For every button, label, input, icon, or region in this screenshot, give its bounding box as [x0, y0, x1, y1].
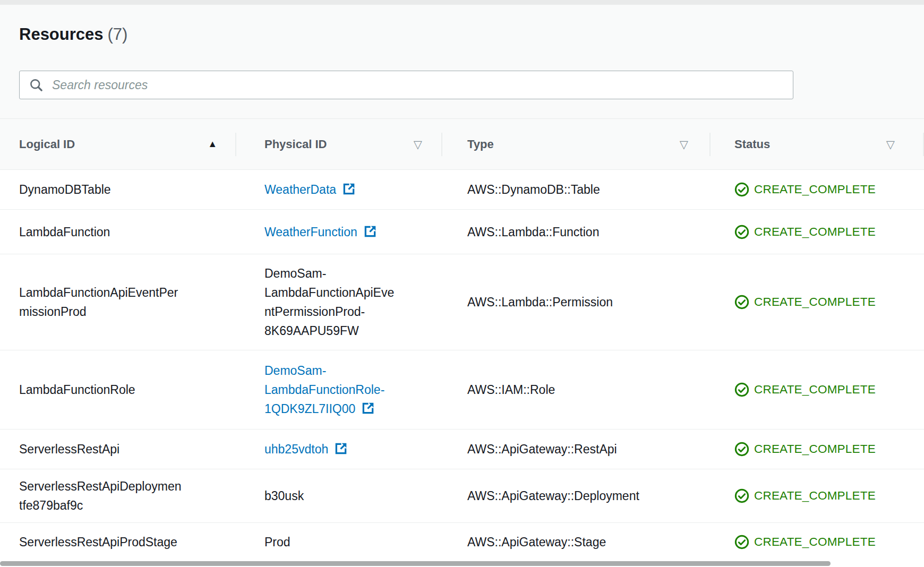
search-icon — [29, 78, 44, 92]
column-header-status[interactable]: Status ▽ — [711, 119, 924, 169]
status-text: CREATE_COMPLETE — [754, 180, 876, 199]
type-text: AWS::ApiGateway::Deployment — [467, 486, 639, 505]
status-badge: CREATE_COMPLETE — [734, 222, 876, 242]
physical-id-text: WeatherFunction — [264, 225, 357, 239]
physical-id-link[interactable]: uhb25vdtoh — [264, 440, 348, 459]
physical-id-text: uhb25vdtoh — [264, 442, 328, 456]
type-cell: AWS::IAM::Role — [442, 350, 711, 429]
logical-id-cell: DynamoDBTable — [0, 170, 236, 209]
column-header-physical-id[interactable]: Physical ID ▽ — [236, 119, 442, 169]
status-cell: CREATE_COMPLETE — [711, 254, 924, 350]
status-badge: CREATE_COMPLETE — [734, 180, 876, 199]
type-text: AWS::DynamoDB::Table — [467, 180, 600, 199]
column-header-type[interactable]: Type ▽ — [442, 119, 711, 169]
resources-count: (7) — [108, 25, 128, 44]
status-text: CREATE_COMPLETE — [754, 532, 876, 552]
column-label: Status — [734, 138, 770, 151]
status-badge: CREATE_COMPLETE — [734, 293, 876, 312]
logical-id-text: ServerlessRestApiProdStage — [19, 532, 177, 552]
sort-inactive-icon[interactable]: ▽ — [414, 138, 422, 151]
logical-id-text: ServerlessRestApiDeploymen tfe879baf9c — [19, 477, 182, 515]
status-cell: CREATE_COMPLETE — [711, 469, 924, 522]
status-badge: CREATE_COMPLETE — [734, 532, 876, 552]
type-cell: AWS::Lambda::Permission — [442, 254, 711, 350]
logical-id-cell: ServerlessRestApiProdStage — [0, 523, 236, 561]
status-success-icon — [734, 225, 749, 239]
table-row: ServerlessRestApiDeploymen tfe879baf9c b… — [0, 469, 924, 523]
physical-id-text: DemoSam- LambdaFunctionApiEve ntPermissi… — [264, 264, 394, 340]
physical-id-link[interactable]: WeatherData — [264, 180, 356, 199]
physical-id-cell: b30usk — [236, 469, 442, 522]
status-cell: CREATE_COMPLETE — [711, 170, 924, 209]
table-row: ServerlessRestApiProdStage Prod AWS::Api… — [0, 523, 924, 561]
resources-title: Resources — [19, 25, 104, 44]
status-success-icon — [734, 535, 749, 549]
logical-id-cell: LambdaFunction — [0, 210, 236, 254]
type-text: AWS::ApiGateway::Stage — [467, 532, 606, 552]
status-text: CREATE_COMPLETE — [754, 293, 876, 312]
physical-id-link[interactable]: WeatherFunction — [264, 222, 377, 242]
physical-id-cell: Prod — [236, 523, 442, 561]
table-row: DynamoDBTable WeatherData AWS::DynamoDB:… — [0, 170, 924, 210]
status-cell: CREATE_COMPLETE — [711, 429, 924, 469]
table-row: ServerlessRestApi uhb25vdtoh AWS::ApiGat… — [0, 429, 924, 469]
table-header-row: Logical ID ▲ Physical ID ▽ Type ▽ Status… — [0, 118, 924, 170]
logical-id-text: ServerlessRestApi — [19, 440, 119, 459]
physical-id-text: b30usk — [264, 486, 304, 505]
logical-id-text: LambdaFunction — [19, 222, 110, 242]
logical-id-text: DynamoDBTable — [19, 180, 111, 199]
status-cell: CREATE_COMPLETE — [711, 210, 924, 254]
column-header-logical-id[interactable]: Logical ID ▲ — [0, 119, 236, 169]
physical-id-cell: uhb25vdtoh — [236, 429, 442, 469]
status-cell: CREATE_COMPLETE — [711, 350, 924, 429]
status-badge: CREATE_COMPLETE — [734, 486, 876, 505]
table-row: LambdaFunctionApiEventPer missionProd De… — [0, 254, 924, 350]
status-badge: CREATE_COMPLETE — [734, 380, 876, 399]
physical-id-cell: DemoSam- LambdaFunctionRole- 1QDK9ZL7IIQ… — [236, 350, 442, 429]
status-text: CREATE_COMPLETE — [754, 440, 876, 459]
type-cell: AWS::ApiGateway::RestApi — [442, 429, 711, 469]
logical-id-cell: ServerlessRestApi — [0, 429, 236, 469]
status-cell: CREATE_COMPLETE — [711, 523, 924, 561]
external-link-icon — [361, 401, 375, 415]
physical-id-text: Prod — [264, 532, 290, 552]
physical-id-cell: WeatherFunction — [236, 210, 442, 254]
logical-id-text: LambdaFunctionRole — [19, 380, 135, 399]
physical-id-cell: WeatherData — [236, 170, 442, 209]
external-link-icon — [363, 225, 377, 238]
table-row: LambdaFunctionRole DemoSam- LambdaFuncti… — [0, 350, 924, 429]
type-cell: AWS::ApiGateway::Stage — [442, 523, 711, 561]
search-resources-box[interactable] — [19, 71, 793, 99]
horizontal-scrollbar[interactable] — [0, 560, 924, 567]
logical-id-text: LambdaFunctionApiEventPer missionProd — [19, 283, 178, 321]
column-label: Logical ID — [19, 138, 75, 151]
resources-table: Logical ID ▲ Physical ID ▽ Type ▽ Status… — [0, 118, 924, 561]
table-row: LambdaFunction WeatherFunction AWS::Lamb… — [0, 210, 924, 254]
sort-ascending-icon[interactable]: ▲ — [208, 139, 217, 150]
status-success-icon — [734, 382, 749, 397]
sort-inactive-icon[interactable]: ▽ — [680, 138, 688, 151]
logical-id-cell: LambdaFunctionApiEventPer missionProd — [0, 254, 236, 350]
logical-id-cell: ServerlessRestApiDeploymen tfe879baf9c — [0, 469, 236, 522]
column-label: Type — [467, 138, 494, 151]
top-divider-strip — [0, 0, 924, 5]
status-success-icon — [734, 488, 749, 503]
page-title: Resources(7) — [19, 24, 127, 45]
scrollbar-thumb[interactable] — [0, 561, 831, 566]
column-label: Physical ID — [264, 138, 327, 151]
status-text: CREATE_COMPLETE — [754, 380, 876, 399]
physical-id-cell: DemoSam- LambdaFunctionApiEve ntPermissi… — [236, 254, 442, 350]
type-text: AWS::ApiGateway::RestApi — [467, 440, 617, 459]
status-badge: CREATE_COMPLETE — [734, 440, 876, 459]
status-success-icon — [734, 442, 749, 457]
status-success-icon — [734, 182, 749, 197]
sort-inactive-icon[interactable]: ▽ — [886, 138, 895, 151]
search-input[interactable] — [52, 73, 783, 97]
type-cell: AWS::Lambda::Function — [442, 210, 711, 254]
external-link-icon — [334, 442, 348, 456]
physical-id-link[interactable]: DemoSam- LambdaFunctionRole- 1QDK9ZL7IIQ… — [264, 361, 384, 418]
logical-id-cell: LambdaFunctionRole — [0, 350, 236, 429]
type-text: AWS::Lambda::Permission — [467, 293, 613, 312]
status-text: CREATE_COMPLETE — [754, 486, 876, 505]
status-success-icon — [734, 295, 749, 310]
